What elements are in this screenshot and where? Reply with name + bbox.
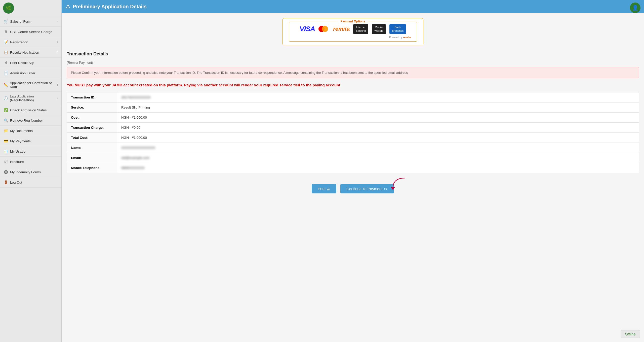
sidebar-icon-admission-letter: 📄 <box>4 71 8 75</box>
sidebar-item-application-correction[interactable]: ✏️ Application for Correction of Data ‹ <box>0 78 61 92</box>
sidebar-item-label-admission-letter: Admission Letter <box>10 71 35 75</box>
payment-methods: VISA remita InternetBanking MobileWallet… <box>295 24 411 34</box>
sidebar-logo: 🌿 <box>0 0 61 16</box>
page-title-text: Preliminary Application Details <box>73 4 147 10</box>
sidebar-item-late-application[interactable]: 🕐 Late Application (Regularisation) ‹ <box>0 92 61 105</box>
main-content: ⚠ Preliminary Application Details ⌄ Paym… <box>62 0 644 342</box>
sidebar-item-check-admission[interactable]: ✅ Check Admission Status <box>0 105 61 115</box>
payment-options-label: Payment Options <box>338 20 368 23</box>
sidebar-item-label-late-application: Late Application (Regularisation) <box>10 94 57 102</box>
sidebar-icon-my-usage: 📊 <box>4 149 8 154</box>
sidebar-item-left: 🛒 Sales of Form <box>4 19 31 24</box>
sidebar-icon-brochure: 📰 <box>4 159 8 164</box>
sidebar-item-left: 🔍 Retrieve Reg Number <box>4 118 43 123</box>
remita-logo: remita <box>333 26 350 32</box>
table-cell-value: NGN - #1,000.00 <box>117 112 639 122</box>
sidebar-icon-registration: 📝 <box>4 40 8 44</box>
payment-options-box: Payment Options VISA remita InternetBank… <box>283 18 423 45</box>
sidebar-icon-my-documents: 📁 <box>4 128 8 133</box>
sidebar-item-admission-letter[interactable]: 📄 Admission Letter <box>0 68 61 78</box>
table-row: Service: Result Slip Printing <box>67 102 639 112</box>
sidebar-item-results-notification[interactable]: 📋 Results Notification ‹ <box>0 47 61 58</box>
sidebar-item-my-usage[interactable]: 📊 My Usage <box>0 146 61 157</box>
sidebar-icon-sales-of-form: 🛒 <box>4 19 8 24</box>
svg-marker-0 <box>391 187 395 190</box>
table-row: Email: old@example.com <box>67 153 639 163</box>
sidebar-item-my-documents[interactable]: 📁 My Documents <box>0 126 61 136</box>
top-bar: ⚠ Preliminary Application Details ⌄ <box>62 0 644 13</box>
table-cell-label: Mobile Telephone: <box>67 163 117 173</box>
table-cell-label: Name: <box>67 143 117 153</box>
powered-by: Powered by remita <box>295 36 411 39</box>
sidebar-item-label-my-usage: My Usage <box>10 150 25 153</box>
sidebar-icon-results-notification: 📋 <box>4 50 8 55</box>
sidebar-item-my-payments[interactable]: 💳 My Payments <box>0 136 61 146</box>
sidebar-item-label-sales-of-form: Sales of Form <box>10 20 31 23</box>
continue-to-payment-button[interactable]: Continue To Payment >> <box>340 184 394 193</box>
page-title: ⚠ Preliminary Application Details <box>66 4 147 10</box>
sidebar-item-label-print-result-slip: Print Result Slip <box>10 61 34 65</box>
chevron-icon: ‹ <box>57 83 58 87</box>
arrow-annotation: Continue To Payment >> <box>340 184 394 193</box>
chevron-icon: ‹ <box>57 51 58 54</box>
table-cell-value: old@example.com <box>117 153 639 163</box>
sidebar-icon-log-out: 🚪 <box>4 180 8 185</box>
sidebar-item-label-my-payments: My Payments <box>10 139 31 143</box>
table-row: Total Cost: NGN - #1,000.00 <box>67 132 639 143</box>
internet-banking-badge: InternetBanking <box>353 24 368 34</box>
table-cell-label: Total Cost: <box>67 132 117 143</box>
user-avatar[interactable]: 👤 <box>630 3 640 13</box>
alert-box: Please Confirm your Information before p… <box>67 67 639 79</box>
sidebar-item-left: 📝 Registration <box>4 40 28 44</box>
table-cell-value: 0806XXXXXXX <box>117 163 639 173</box>
table-cell-label: Transaction Charge: <box>67 122 117 132</box>
visa-logo: VISA <box>300 25 315 33</box>
sidebar: 🌿 🛒 Sales of Form ‹ 🖥 CBT Centre Service… <box>0 0 62 342</box>
table-cell-value: NGN - #1,000.00 <box>117 132 639 143</box>
sidebar-icon-check-admission: ✅ <box>4 108 8 112</box>
warning-text: You MUST pay with your JAMB account crea… <box>67 82 639 88</box>
offline-badge: Offline <box>621 330 640 338</box>
sidebar-item-retrieve-reg[interactable]: 🔍 Retrieve Reg Number <box>0 115 61 126</box>
table-row: Transaction ID: 201742XXXXXXXX <box>67 92 639 102</box>
sidebar-icon-late-application: 🕐 <box>4 96 8 100</box>
sidebar-item-label-retrieve-reg: Retrieve Reg Number <box>10 119 43 122</box>
sidebar-item-print-result-slip[interactable]: 🖨 Print Result Slip <box>0 58 61 68</box>
sidebar-item-label-my-indemnity: My Indemnity Forms <box>10 170 41 174</box>
table-row: Transaction Charge: NGN - #0.00 <box>67 122 639 132</box>
buttons-row: Print 🖨 Continue To Payment >> <box>67 179 639 198</box>
sidebar-item-label-registration: Registration <box>10 40 28 44</box>
table-cell-value: Result Slip Printing <box>117 102 639 112</box>
table-cell-value: XXXXXXXXXXXXXXX <box>117 143 639 153</box>
chevron-icon: ‹ <box>57 40 58 44</box>
sidebar-item-left: 📄 Admission Letter <box>4 71 35 75</box>
table-cell-value: NGN - #0.00 <box>117 122 639 132</box>
sidebar-item-label-check-admission: Check Admission Status <box>10 108 47 112</box>
sidebar-item-label-log-out: Log Out <box>10 181 22 184</box>
table-cell-label: Email: <box>67 153 117 163</box>
remita-payment-label: (Remita Payment) <box>67 61 639 64</box>
sidebar-item-left: 📊 My Usage <box>4 149 25 154</box>
print-button[interactable]: Print 🖨 <box>312 184 336 193</box>
sidebar-item-cbt-centre[interactable]: 🖥 CBT Centre Service Charge <box>0 27 61 37</box>
table-cell-label: Cost: <box>67 112 117 122</box>
sidebar-item-left: 📁 My Documents <box>4 128 33 133</box>
sidebar-item-left: 💳 My Payments <box>4 139 31 143</box>
warning-icon: ⚠ <box>66 4 70 10</box>
sidebar-item-my-indemnity[interactable]: 🔘 My Indemnity Forms <box>0 167 61 177</box>
mastercard-logo <box>318 25 330 32</box>
table-cell-label: Service: <box>67 102 117 112</box>
sidebar-item-sales-of-form[interactable]: 🛒 Sales of Form ‹ <box>0 16 61 27</box>
sidebar-icon-application-correction: ✏️ <box>4 83 8 87</box>
sidebar-item-log-out[interactable]: 🚪 Log Out <box>0 177 61 188</box>
sidebar-item-label-application-correction: Application for Correction of Data <box>10 81 57 89</box>
sidebar-item-left: 🖨 Print Result Slip <box>4 60 34 65</box>
sidebar-item-brochure[interactable]: 📰 Brochure <box>0 157 61 167</box>
content-area: Payment Options VISA remita InternetBank… <box>62 13 644 342</box>
sidebar-item-left: ✅ Check Admission Status <box>4 108 47 112</box>
sidebar-icon-retrieve-reg: 🔍 <box>4 118 8 123</box>
table-row: Cost: NGN - #1,000.00 <box>67 112 639 122</box>
sidebar-icon-cbt-centre: 🖥 <box>4 29 8 34</box>
sidebar-item-left: ✏️ Application for Correction of Data <box>4 81 57 89</box>
sidebar-item-registration[interactable]: 📝 Registration ‹ <box>0 37 61 47</box>
